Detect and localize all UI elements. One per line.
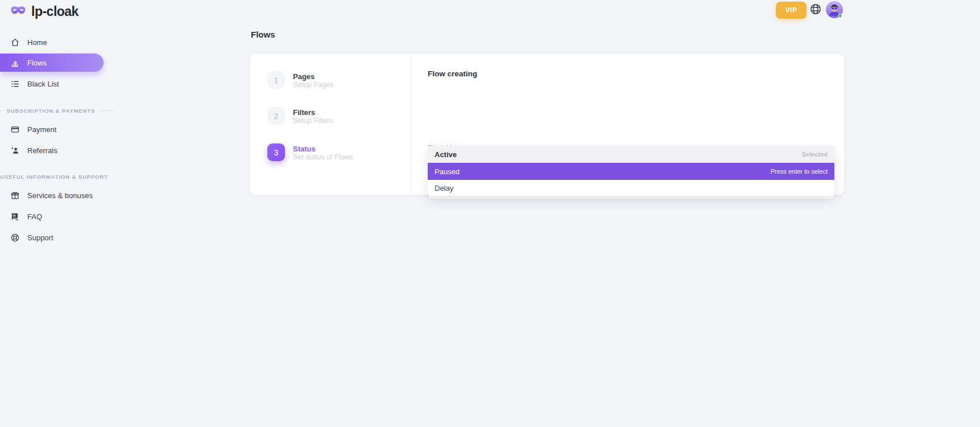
sidebar-item-faq[interactable]: ?! FAQ xyxy=(0,207,114,225)
sidebar-item-label: Black List xyxy=(27,80,59,88)
app-root: lp-cloak VIP xyxy=(0,0,980,427)
sidebar-item-referrals[interactable]: Referrals xyxy=(0,141,114,159)
list-icon xyxy=(10,79,20,89)
sidebar-section-heading: SUBSCRIPTION & PAYMENTS xyxy=(0,107,114,114)
sidebar-item-label: Services & bonuses xyxy=(27,191,93,200)
sidebar-item-payment[interactable]: Payment xyxy=(0,120,114,138)
step-number-badge: 2 xyxy=(267,107,285,125)
sidebar-item-black-list[interactable]: Black List xyxy=(0,75,114,93)
flow-status-dropdown: Active Selected Paused Press enter to se… xyxy=(428,146,834,196)
option-label: Delay xyxy=(435,184,453,192)
divider-line xyxy=(0,110,2,111)
step-subtitle: Setup Pages xyxy=(293,81,334,89)
person-add-icon xyxy=(10,146,20,155)
gift-icon xyxy=(10,191,20,200)
online-status-dot xyxy=(838,14,842,17)
option-hint: Press enter to select xyxy=(771,168,828,175)
home-icon xyxy=(10,38,20,47)
lifebuoy-icon xyxy=(10,233,20,243)
vip-button[interactable]: VIP xyxy=(776,2,807,19)
sidebar-item-services-bonuses[interactable]: Services & bonuses xyxy=(0,186,114,204)
globe-icon[interactable] xyxy=(809,3,822,15)
option-hint: Selected xyxy=(802,151,828,158)
section-heading-label: USEFUL INFORMATION & SUPPORT xyxy=(0,174,108,180)
brand-logo[interactable]: lp-cloak xyxy=(10,4,78,19)
option-active[interactable]: Active Selected xyxy=(428,146,834,163)
option-label: Paused xyxy=(435,167,460,176)
faq-bubble-icon: ?! xyxy=(10,212,20,221)
option-paused[interactable]: Paused Press enter to select xyxy=(428,163,834,180)
step-number-badge: 1 xyxy=(267,71,285,89)
step-title: Status xyxy=(293,143,353,153)
credit-card-icon xyxy=(10,125,20,134)
option-delay[interactable]: Delay xyxy=(428,180,834,196)
card-divider xyxy=(410,54,411,195)
step-title: Filters xyxy=(293,107,333,117)
page-title: Flows xyxy=(251,30,275,39)
sidebar-item-label: Flows xyxy=(27,59,47,67)
sidebar-item-label: FAQ xyxy=(27,212,42,221)
step-number-badge: 3 xyxy=(267,143,285,161)
step-subtitle: Setup Filters xyxy=(293,117,333,125)
sidebar-item-label: Referrals xyxy=(27,146,57,155)
step-title: Pages xyxy=(293,71,334,81)
divider-line xyxy=(99,110,114,111)
step-status[interactable]: 3 Status Set status of Flows xyxy=(267,143,353,162)
step-subtitle: Set status of Flows xyxy=(293,153,353,162)
sidebar-item-home[interactable]: Home xyxy=(0,33,114,51)
sidebar-section-heading: USEFUL INFORMATION & SUPPORT xyxy=(0,173,114,180)
flows-stack-icon xyxy=(10,58,20,68)
option-label: Active xyxy=(435,150,457,159)
flow-creating-card: 1 Pages Setup Pages 2 Filters Setup Filt… xyxy=(250,54,844,195)
sidebar-item-flows[interactable]: Flows xyxy=(0,54,104,72)
user-avatar[interactable] xyxy=(826,1,843,18)
svg-text:?!: ?! xyxy=(13,214,16,217)
sidebar-item-label: Home xyxy=(27,38,47,47)
step-filters[interactable]: 2 Filters Setup Filters xyxy=(267,107,333,125)
mask-logo-icon xyxy=(10,5,27,19)
section-heading-label: SUBSCRIPTION & PAYMENTS xyxy=(6,108,95,114)
step-pages[interactable]: 1 Pages Setup Pages xyxy=(267,71,334,89)
sidebar-item-label: Payment xyxy=(27,125,56,134)
brand-name: lp-cloak xyxy=(31,4,78,19)
sidebar-item-support[interactable]: Support xyxy=(0,228,114,247)
sidebar-item-label: Support xyxy=(27,233,53,242)
form-title: Flow creating xyxy=(428,69,477,78)
